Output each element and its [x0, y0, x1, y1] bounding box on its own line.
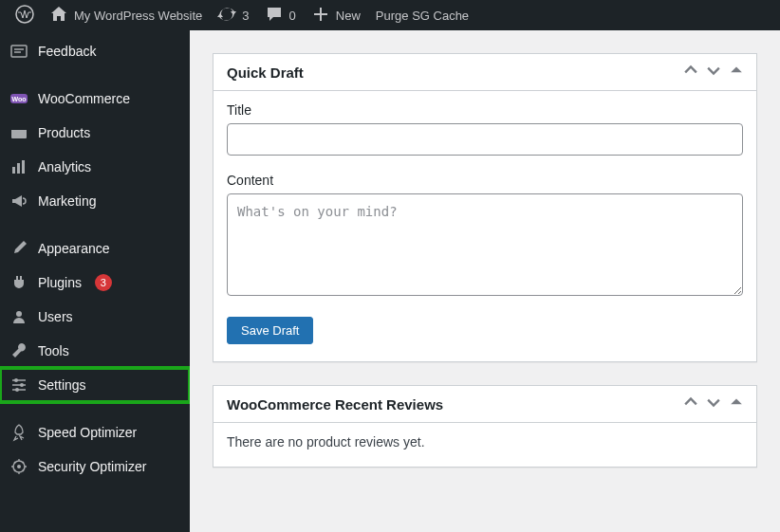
- panel-up-button[interactable]: [684, 64, 697, 81]
- sidebar-item-label: Speed Optimizer: [38, 425, 137, 440]
- content-label: Content: [227, 173, 743, 188]
- new-content-link[interactable]: New: [304, 0, 368, 30]
- panel-toggle-button[interactable]: [730, 64, 743, 81]
- svg-rect-1: [11, 46, 27, 57]
- content-textarea[interactable]: [227, 193, 743, 296]
- purge-label: Purge SG Cache: [376, 9, 469, 23]
- sidebar-item-label: Users: [38, 309, 73, 324]
- save-draft-button[interactable]: Save Draft: [227, 317, 313, 344]
- panel-down-button[interactable]: [707, 64, 720, 81]
- svg-point-11: [20, 383, 24, 387]
- admin-sidebar: Feedback Woo WooCommerce Products Analyt…: [0, 30, 190, 532]
- panel-up-button[interactable]: [684, 395, 697, 413]
- sidebar-item-speed-optimizer[interactable]: Speed Optimizer: [0, 415, 190, 449]
- rocket-icon: [9, 423, 28, 442]
- sidebar-item-label: Security Optimizer: [38, 459, 146, 474]
- sidebar-item-settings[interactable]: Settings: [0, 368, 190, 402]
- sidebar-item-security-optimizer[interactable]: Security Optimizer: [0, 449, 190, 484]
- panel-down-button[interactable]: [707, 395, 720, 413]
- plugins-update-badge: 3: [95, 274, 112, 291]
- megaphone-icon: [9, 192, 28, 211]
- sidebar-item-woocommerce[interactable]: Woo WooCommerce: [0, 82, 190, 116]
- feedback-icon: [9, 42, 28, 61]
- title-label: Title: [227, 102, 743, 118]
- admin-toolbar: My WordPress Website 3 0 New Purge SG Ca…: [0, 0, 780, 30]
- sidebar-item-label: Marketing: [38, 193, 96, 209]
- quick-draft-panel: Quick Draft Title Content Save Draft: [213, 53, 757, 362]
- comments-count: 0: [289, 9, 296, 23]
- sidebar-item-tools[interactable]: Tools: [0, 334, 190, 368]
- site-home-link[interactable]: My WordPress Website: [42, 0, 210, 30]
- updates-link[interactable]: 3: [210, 0, 256, 30]
- sidebar-item-label: Products: [38, 125, 90, 140]
- svg-text:Woo: Woo: [11, 96, 26, 102]
- plus-icon: [311, 5, 330, 27]
- reviews-empty-text: There are no product reviews yet.: [227, 434, 743, 449]
- sidebar-item-users[interactable]: Users: [0, 300, 190, 334]
- svg-point-14: [17, 465, 21, 468]
- recent-reviews-panel: WooCommerce Recent Reviews There are no …: [213, 385, 757, 468]
- quick-draft-heading: Quick Draft: [227, 64, 304, 81]
- svg-rect-6: [12, 167, 15, 174]
- home-icon: [49, 5, 68, 27]
- title-input[interactable]: [227, 123, 743, 156]
- sidebar-item-feedback[interactable]: Feedback: [0, 34, 190, 68]
- sidebar-item-appearance[interactable]: Appearance: [0, 231, 190, 266]
- sidebar-item-plugins[interactable]: Plugins 3: [0, 266, 190, 300]
- sidebar-item-label: Plugins: [38, 275, 82, 290]
- sidebar-item-label: Analytics: [38, 159, 91, 174]
- svg-point-12: [15, 388, 19, 392]
- sidebar-item-label: Tools: [38, 343, 69, 358]
- plugin-icon: [9, 273, 28, 292]
- purge-cache-link[interactable]: Purge SG Cache: [368, 0, 476, 30]
- svg-point-9: [16, 311, 22, 317]
- refresh-icon: [217, 5, 236, 27]
- products-icon: [9, 123, 28, 142]
- svg-rect-7: [17, 163, 20, 174]
- sidebar-item-label: WooCommerce: [38, 91, 130, 106]
- sidebar-item-label: Feedback: [38, 44, 96, 59]
- comments-link[interactable]: 0: [257, 0, 304, 30]
- wordpress-logo[interactable]: [8, 0, 42, 30]
- sidebar-item-label: Settings: [38, 377, 86, 393]
- dashboard-content: Quick Draft Title Content Save Draft Woo…: [190, 30, 780, 532]
- updates-count: 3: [242, 9, 249, 23]
- sidebar-item-label: Appearance: [38, 241, 110, 256]
- site-title: My WordPress Website: [74, 9, 202, 23]
- comment-icon: [265, 5, 284, 27]
- shield-gear-icon: [9, 457, 28, 476]
- user-icon: [9, 307, 28, 326]
- sidebar-item-analytics[interactable]: Analytics: [0, 150, 190, 184]
- svg-point-10: [14, 378, 18, 382]
- sidebar-item-products[interactable]: Products: [0, 116, 190, 150]
- wordpress-icon: [15, 5, 34, 27]
- woocommerce-icon: Woo: [9, 89, 28, 108]
- svg-rect-8: [22, 160, 25, 174]
- svg-point-0: [16, 6, 33, 23]
- sidebar-item-marketing[interactable]: Marketing: [0, 184, 190, 218]
- sliders-icon: [9, 376, 28, 394]
- panel-toggle-button[interactable]: [730, 395, 743, 413]
- reviews-heading: WooCommerce Recent Reviews: [227, 396, 443, 413]
- analytics-icon: [9, 157, 28, 176]
- svg-rect-5: [11, 127, 27, 130]
- brush-icon: [9, 239, 28, 258]
- wrench-icon: [9, 341, 28, 360]
- new-label: New: [336, 9, 361, 23]
